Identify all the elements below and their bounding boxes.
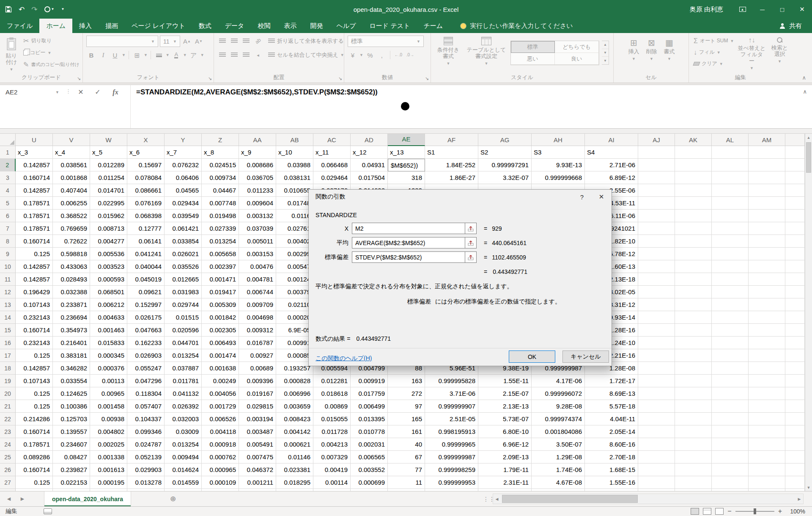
cell-Y25[interactable]: 0.009494 bbox=[165, 451, 202, 464]
function-help-link[interactable]: この関数のヘルプ(H) bbox=[315, 355, 372, 362]
cell-AI24[interactable]: 8.60E-16 bbox=[585, 438, 638, 451]
row-header-12[interactable]: 12 bbox=[0, 286, 16, 298]
cell-AK17[interactable] bbox=[675, 349, 712, 362]
cell-U1[interactable]: x_3 bbox=[16, 146, 53, 159]
cell-AD25[interactable]: 0.006565 bbox=[351, 451, 388, 464]
cell-AJ10[interactable] bbox=[638, 260, 675, 273]
tab-開発[interactable]: 開発 bbox=[303, 19, 329, 33]
cell-AL20[interactable] bbox=[712, 387, 749, 400]
cell-X13[interactable]: 0.152997 bbox=[127, 298, 165, 311]
cell-AE19[interactable]: 163 bbox=[388, 375, 425, 387]
cell-AC24[interactable]: 0.004213 bbox=[313, 438, 351, 451]
cell-AB21[interactable]: 0.003659 bbox=[276, 400, 313, 413]
cell-V7[interactable]: 0.769659 bbox=[53, 222, 90, 235]
cell-AN12[interactable] bbox=[785, 286, 805, 298]
cell-Z1[interactable]: x_8 bbox=[202, 146, 239, 159]
cell-V3[interactable]: 0.001868 bbox=[53, 171, 90, 184]
collapse-dialog-button[interactable] bbox=[465, 251, 477, 263]
cell-AH25[interactable]: 1.29E-08 bbox=[532, 451, 585, 464]
cell-style-良い[interactable]: 良い bbox=[555, 53, 599, 65]
cell-AF20[interactable]: 3.71E-06 bbox=[425, 387, 478, 400]
cell-AL23[interactable] bbox=[712, 425, 749, 438]
cell-AL16[interactable] bbox=[712, 337, 749, 349]
cell-V23[interactable]: 0.139557 bbox=[53, 425, 90, 438]
cell-AA24[interactable]: 0.005491 bbox=[239, 438, 276, 451]
cell-Z15[interactable]: 0.002305 bbox=[202, 324, 239, 337]
cell-AH22[interactable]: 0.999974374 bbox=[532, 413, 585, 425]
cell-AA27[interactable]: 0.001211 bbox=[239, 476, 276, 489]
page-break-view-button[interactable] bbox=[715, 508, 724, 515]
cell-Y22[interactable]: 0.032003 bbox=[165, 413, 202, 425]
cell-AA18[interactable]: 0.00689 bbox=[239, 362, 276, 375]
cell-X21[interactable]: 0.057407 bbox=[127, 400, 165, 413]
cell-W13[interactable]: 0.006212 bbox=[90, 298, 127, 311]
cell-AM27[interactable] bbox=[749, 476, 785, 489]
cell-AK22[interactable] bbox=[675, 413, 712, 425]
column-header-AJ[interactable]: AJ bbox=[638, 134, 675, 146]
row-header-3[interactable]: 3 bbox=[0, 171, 16, 184]
align-center-button[interactable] bbox=[229, 50, 239, 60]
row-header-7[interactable]: 7 bbox=[0, 222, 16, 235]
row-header-5[interactable]: 5 bbox=[0, 197, 16, 210]
cell-AL13[interactable] bbox=[712, 298, 749, 311]
namebox-splitter[interactable]: ⋮ bbox=[66, 88, 71, 94]
cell-AJ26[interactable] bbox=[638, 464, 675, 476]
row-header-10[interactable]: 10 bbox=[0, 260, 16, 273]
cell-AA17[interactable]: 0.00927 bbox=[239, 349, 276, 362]
cell-AA3[interactable]: 0.036705 bbox=[239, 171, 276, 184]
cell-AK11[interactable] bbox=[675, 273, 712, 286]
cell-AG1[interactable]: S2 bbox=[478, 146, 532, 159]
cell-AN13[interactable] bbox=[785, 298, 805, 311]
cell-AA21[interactable]: 0.029815 bbox=[239, 400, 276, 413]
cell-V15[interactable]: 0.354973 bbox=[53, 324, 90, 337]
cell-X10[interactable]: 0.040044 bbox=[127, 260, 165, 273]
cell-Z2[interactable]: 0.024515 bbox=[202, 159, 239, 171]
cell-X24[interactable]: 0.024787 bbox=[127, 438, 165, 451]
cell-AL24[interactable] bbox=[712, 438, 749, 451]
cell-AB14[interactable]: 0.00020 bbox=[276, 311, 313, 324]
cell-AB4[interactable]: 0.010655 bbox=[276, 184, 313, 197]
cell-Z24[interactable]: 0.000918 bbox=[202, 438, 239, 451]
argument-input-X[interactable]: M2 bbox=[352, 223, 465, 234]
cell-AK18[interactable] bbox=[675, 362, 712, 375]
cell-AJ8[interactable] bbox=[638, 235, 675, 248]
cell-AD27[interactable]: 0.000699 bbox=[351, 476, 388, 489]
minimize-button[interactable]: ─ bbox=[752, 0, 772, 19]
column-header-AI[interactable]: AI bbox=[585, 134, 638, 146]
cell-AN19[interactable] bbox=[785, 375, 805, 387]
cell-AE24[interactable]: 40 bbox=[388, 438, 425, 451]
cell-W20[interactable]: 0.00965 bbox=[90, 387, 127, 400]
close-button[interactable]: ✕ bbox=[792, 0, 812, 19]
cell-AM25[interactable] bbox=[749, 451, 785, 464]
cell-W10[interactable]: 0.003523 bbox=[90, 260, 127, 273]
cell-V14[interactable]: 0.236694 bbox=[53, 311, 90, 324]
comma-style-button[interactable]: , bbox=[377, 50, 387, 60]
cell-AI20[interactable]: 8.69E-13 bbox=[585, 387, 638, 400]
cell-X22[interactable]: 0.104337 bbox=[127, 413, 165, 425]
dialog-close-button[interactable]: ✕ bbox=[592, 190, 611, 204]
cell-V4[interactable]: 0.407404 bbox=[53, 184, 90, 197]
row-header-21[interactable]: 21 bbox=[0, 400, 16, 413]
cell-Z14[interactable]: 0.001842 bbox=[202, 311, 239, 324]
cell-AF23[interactable]: 0.998195913 bbox=[425, 425, 478, 438]
cell-X25[interactable]: 0.052139 bbox=[127, 451, 165, 464]
cell-AN6[interactable] bbox=[785, 210, 805, 222]
column-header-AM[interactable]: AM bbox=[749, 134, 785, 146]
cell-AL22[interactable] bbox=[712, 413, 749, 425]
cell-Z10[interactable]: 0.002397 bbox=[202, 260, 239, 273]
cell-AG22[interactable]: 5.73E-07 bbox=[478, 413, 532, 425]
cell-Y8[interactable]: 0.033854 bbox=[165, 235, 202, 248]
cell-X17[interactable]: 0.026903 bbox=[127, 349, 165, 362]
cell-AC26[interactable]: 0.00419 bbox=[313, 464, 351, 476]
horizontal-scroll-track[interactable] bbox=[501, 494, 796, 504]
dialog-help-button[interactable]: ? bbox=[572, 190, 592, 204]
cell-W14[interactable]: 0.004633 bbox=[90, 311, 127, 324]
cell-Y14[interactable]: 0.01515 bbox=[165, 311, 202, 324]
cell-W27[interactable]: 0.000195 bbox=[90, 476, 127, 489]
column-header-partial[interactable] bbox=[785, 134, 805, 146]
format-as-table-button[interactable]: テーブルとして書式設定 ▼ bbox=[465, 36, 508, 68]
cell-Z16[interactable]: 0.006493 bbox=[202, 337, 239, 349]
cell-AJ3[interactable] bbox=[638, 171, 675, 184]
collapse-formula-bar-button[interactable]: ∧ bbox=[803, 88, 807, 95]
cell-AE23[interactable]: 161 bbox=[388, 425, 425, 438]
